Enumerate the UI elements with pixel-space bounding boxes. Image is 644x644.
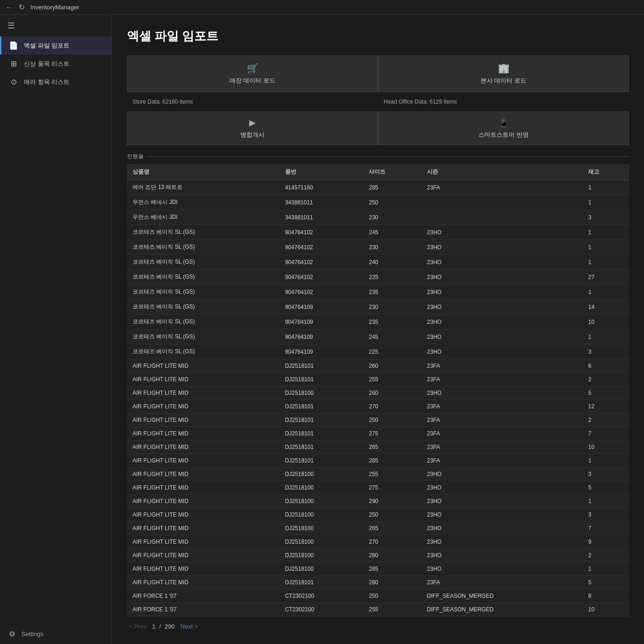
table-row: 코르테즈 베이직 SL (GS)90476410924523HO1 xyxy=(127,329,629,344)
cell-code: 904764109 xyxy=(280,329,364,344)
cell-size: 285 xyxy=(363,562,421,576)
col-header-name: 상품명 xyxy=(127,164,280,180)
cell-season: 23HO xyxy=(421,255,583,270)
cell-size: 265 xyxy=(363,441,421,454)
cell-name: AIR FORCE 1 '07 xyxy=(127,603,280,616)
cell-name: AIR FLIGHT LITE MID xyxy=(127,400,280,413)
cell-size: 235 xyxy=(363,285,421,300)
cell-code: DJ2518100 xyxy=(280,386,364,400)
cell-stock: 10 xyxy=(582,603,629,616)
cell-name: 코르테즈 베이직 SL (GS) xyxy=(127,329,280,344)
cell-name: 우먼스 베네시 JDI xyxy=(127,210,280,225)
cell-code: DJ2518101 xyxy=(280,373,364,386)
cell-size: 275 xyxy=(363,427,421,441)
cell-name: AIR FLIGHT LITE MID xyxy=(127,535,280,549)
cell-code: DJ2518101 xyxy=(280,427,364,441)
cell-size: 275 xyxy=(363,481,421,495)
cell-stock: 12 xyxy=(582,400,629,413)
cell-size: 270 xyxy=(363,535,421,549)
table-row: AIR FORCE 1 '07CT2302100250DIFF_SEASON_M… xyxy=(127,589,629,603)
cell-name: 코르테즈 베이직 SL (GS) xyxy=(127,225,280,240)
merge-icon: ▶ xyxy=(249,118,256,128)
back-button[interactable]: ← xyxy=(6,3,13,12)
store-data-icon: 🛒 xyxy=(247,63,259,74)
col-header-stock: 재고 xyxy=(582,164,629,180)
cell-size: 240 xyxy=(363,255,421,270)
cell-name: AIR FLIGHT LITE MID xyxy=(127,373,280,386)
table-row: AIR FLIGHT LITE MIDDJ251810025523HO3 xyxy=(127,468,629,481)
cell-size: 250 xyxy=(363,195,421,210)
cell-name: 코르테즈 베이직 SL (GS) xyxy=(127,255,280,270)
data-table: 상품명 품번 사이즈 시즌 재고 에어 조던 13 레트로41457116028… xyxy=(127,164,629,616)
cell-code: 343881011 xyxy=(280,195,364,210)
table-row: AIR FLIGHT LITE MIDDJ251810125023FA2 xyxy=(127,413,629,427)
cell-season: 23HO xyxy=(421,549,583,562)
table-row: AIR FLIGHT LITE MIDDJ251810127023FA12 xyxy=(127,400,629,413)
cell-size: 225 xyxy=(363,344,421,359)
cell-size: 265 xyxy=(363,522,421,535)
sidebar-item-error-item-list[interactable]: ⊙ 에러 항목 리스트 xyxy=(0,73,112,91)
table-row: 우먼스 베네시 JDI3438810112501 xyxy=(127,195,629,210)
cell-season: 23HO xyxy=(421,285,583,300)
table-row: AIR FLIGHT LITE MIDDJ251810126023FA6 xyxy=(127,359,629,373)
cell-stock: 5 xyxy=(582,386,629,400)
cell-name: AIR FORCE 1 '07 xyxy=(127,589,280,603)
cell-size: 285 xyxy=(363,180,421,195)
cell-name: 코르테즈 베이직 SL (GS) xyxy=(127,344,280,359)
next-page-button[interactable]: Next > xyxy=(179,622,200,631)
cell-stock: 2 xyxy=(582,373,629,386)
cell-name: AIR FLIGHT LITE MID xyxy=(127,495,280,508)
cell-code: DJ2518101 xyxy=(280,441,364,454)
table-row: AIR FLIGHT LITE MIDDJ251810028023HO2 xyxy=(127,549,629,562)
cell-size: 255 xyxy=(363,373,421,386)
cell-season: 23FA xyxy=(421,454,583,468)
sidebar-item-label: 신상 품목 리스트 xyxy=(24,60,70,68)
hamburger-button[interactable]: ☰ xyxy=(0,15,112,36)
table-row: 코르테즈 베이직 SL (GS)90476410222523HO27 xyxy=(127,270,629,285)
table-row: AIR FLIGHT LITE MIDDJ251810028523HO1 xyxy=(127,562,629,576)
cell-name: 에어 조던 13 레트로 xyxy=(127,180,280,195)
table-row: AIR FLIGHT LITE MIDDJ251810027023HO9 xyxy=(127,535,629,549)
cell-code: DJ2518101 xyxy=(280,413,364,427)
cell-name: AIR FLIGHT LITE MID xyxy=(127,481,280,495)
cell-code: DJ2518101 xyxy=(280,359,364,373)
cell-stock: 14 xyxy=(582,300,629,315)
table-row: AIR FLIGHT LITE MIDDJ251810126523FA10 xyxy=(127,441,629,454)
refresh-button[interactable]: ↻ xyxy=(19,3,25,12)
merge-display-button[interactable]: ▶ 병합개시 xyxy=(127,112,378,145)
head-office-data-load-button[interactable]: 🏢 본사 데이터 로드 xyxy=(378,56,629,92)
cell-season: DIFF_SEASON_MERGED xyxy=(421,603,583,616)
sidebar-item-excel-import[interactable]: 📄 엑셀 파일 임포트 xyxy=(0,36,112,55)
cell-code: DJ2518101 xyxy=(280,454,364,468)
page-title: 엑셀 파일 임포트 xyxy=(127,28,629,44)
cell-stock: 1 xyxy=(582,562,629,576)
cell-season: 23HO xyxy=(421,225,583,240)
cell-code: 343881011 xyxy=(280,210,364,225)
cell-stock: 2 xyxy=(582,549,629,562)
cell-code: 904764109 xyxy=(280,300,364,315)
prev-page-button[interactable]: < Prev xyxy=(127,622,148,631)
cell-stock: 9 xyxy=(582,535,629,549)
sidebar-item-new-item-list[interactable]: ⊞ 신상 품목 리스트 xyxy=(0,55,112,73)
cell-size: 255 xyxy=(363,603,421,616)
cell-size: 260 xyxy=(363,386,421,400)
cell-size: 245 xyxy=(363,329,421,344)
table-row: AIR FLIGHT LITE MIDDJ251810127523FA7 xyxy=(127,427,629,441)
col-header-code: 품번 xyxy=(280,164,364,180)
cell-size: 245 xyxy=(363,225,421,240)
cell-stock: 5 xyxy=(582,576,629,589)
cell-name: AIR FLIGHT LITE MID xyxy=(127,454,280,468)
smart-store-reflect-button[interactable]: 📱 스마트스토어 반영 xyxy=(378,112,629,145)
table-row: 에어 조던 13 레트로41457116028523FA1 xyxy=(127,180,629,195)
excel-import-icon: 📄 xyxy=(9,41,18,50)
cell-name: 우먼스 베네시 JDI xyxy=(127,195,280,210)
store-data-load-button[interactable]: 🛒 매장 데이터 로드 xyxy=(127,56,378,92)
cell-name: AIR FLIGHT LITE MID xyxy=(127,468,280,481)
cell-code: DJ2518100 xyxy=(280,468,364,481)
store-data-load-label: 매장 데이터 로드 xyxy=(230,77,275,85)
cell-code: CT2302100 xyxy=(280,603,364,616)
cell-stock: 1 xyxy=(582,255,629,270)
cell-code: 904764102 xyxy=(280,240,364,255)
settings-item[interactable]: ⚙ Settings xyxy=(0,624,112,644)
cell-stock: 1 xyxy=(582,329,629,344)
